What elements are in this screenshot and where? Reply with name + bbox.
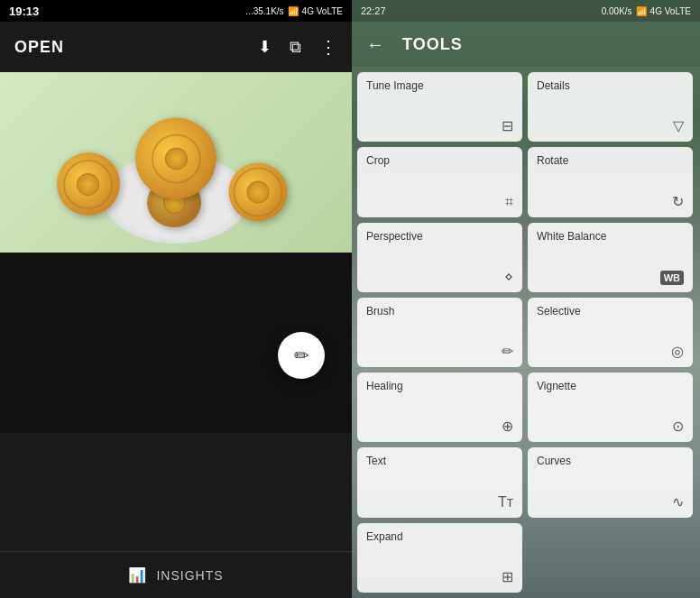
insights-label: INSIGHTS bbox=[156, 568, 223, 583]
biscuit-center-main bbox=[165, 147, 188, 170]
insights-icon: 📊 bbox=[128, 566, 147, 584]
status-bar-right: 22:27 0.00K/s 📶 4G VoLTE bbox=[352, 0, 700, 22]
tool-icon-selective: ◎ bbox=[671, 343, 684, 360]
tool-icon-curves: ∿ bbox=[672, 493, 684, 511]
status-icons-right: 0.00K/s 📶 4G VoLTE bbox=[602, 6, 691, 16]
tool-icon-rotate: ↻ bbox=[672, 193, 684, 210]
tool-icon-text: Tт bbox=[498, 494, 513, 511]
tool-name-rotate: Rotate bbox=[537, 154, 684, 167]
tool-name-brush: Brush bbox=[366, 305, 513, 317]
tool-name-healing: Healing bbox=[366, 380, 513, 392]
biscuit-photo bbox=[0, 72, 352, 253]
tool-icon-details: ▽ bbox=[673, 117, 684, 134]
status-bar-left: 19:13 ...35.1K/s 📶 4G VoLTE bbox=[0, 0, 352, 22]
tool-card-healing[interactable]: Healing⊕ bbox=[357, 373, 522, 442]
more-icon[interactable]: ⋮ bbox=[319, 36, 337, 58]
layers-icon[interactable]: ⧉ bbox=[290, 38, 301, 57]
network-right: 4G VoLTE bbox=[650, 6, 691, 16]
biscuit-inner-left bbox=[63, 160, 113, 209]
tool-name-expand: Expand bbox=[366, 530, 513, 543]
tool-card-selective[interactable]: Selective◎ bbox=[528, 298, 693, 367]
tool-name-text: Text bbox=[366, 455, 513, 467]
tool-icon-healing: ⊕ bbox=[502, 418, 513, 435]
download-icon[interactable]: ⬇ bbox=[258, 37, 272, 57]
biscuit-right bbox=[229, 163, 288, 222]
tool-card-rotate[interactable]: Rotate↻ bbox=[528, 147, 693, 216]
tool-icon-brush: ✏ bbox=[502, 343, 513, 360]
time-left: 19:13 bbox=[9, 5, 39, 18]
signal-text: ...35.1K/s bbox=[245, 6, 283, 16]
tool-name-perspective: Perspective bbox=[366, 230, 513, 243]
tool-card-vignette[interactable]: Vignette⊙ bbox=[528, 373, 693, 442]
network-left: 4G VoLTE bbox=[302, 6, 343, 16]
tool-icon-vignette: ⊙ bbox=[672, 418, 684, 435]
left-panel: 19:13 ...35.1K/s 📶 4G VoLTE OPEN ⬇ ⧉ ⋮ bbox=[0, 0, 352, 598]
biscuit-left bbox=[57, 152, 120, 216]
tool-card-details[interactable]: Details▽ bbox=[528, 72, 693, 142]
speed-right: 0.00K/s bbox=[602, 6, 632, 16]
tool-card-perspective[interactable]: Perspective⋄ bbox=[357, 223, 522, 292]
tools-title: TOOLS bbox=[402, 35, 463, 54]
bottom-dark-area: ✏ bbox=[0, 253, 352, 433]
tool-icon-perspective: ⋄ bbox=[504, 268, 513, 285]
status-icons-left: ...35.1K/s 📶 4G VoLTE bbox=[245, 6, 343, 16]
back-button[interactable]: ← bbox=[366, 34, 384, 55]
tool-icon-crop: ⌗ bbox=[505, 194, 513, 210]
left-header: OPEN ⬇ ⧉ ⋮ bbox=[0, 22, 352, 72]
tool-name-curves: Curves bbox=[537, 455, 684, 467]
tool-card-curves[interactable]: Curves∿ bbox=[528, 447, 693, 517]
tool-card-white-balance[interactable]: White BalanceWB bbox=[528, 223, 693, 292]
tool-icon-tune-image: ⊟ bbox=[502, 117, 513, 134]
tool-name-tune-image: Tune Image bbox=[366, 79, 513, 92]
signal-right: 📶 bbox=[636, 6, 647, 16]
tool-card-text[interactable]: TextTт bbox=[357, 447, 522, 517]
biscuit-main bbox=[135, 118, 216, 199]
tools-grid: Tune Image⊟Details▽Crop⌗Rotate↻Perspecti… bbox=[352, 67, 700, 598]
tool-name-crop: Crop bbox=[366, 154, 513, 167]
tool-icon-white-balance: WB bbox=[660, 271, 684, 285]
edit-fab-button[interactable]: ✏ bbox=[278, 332, 325, 379]
left-content: ✏ bbox=[0, 72, 352, 551]
tool-name-selective: Selective bbox=[537, 305, 684, 317]
insights-bar[interactable]: 📊 INSIGHTS bbox=[0, 551, 352, 598]
right-panel: 22:27 0.00K/s 📶 4G VoLTE ← TOOLS Tune Im… bbox=[352, 0, 700, 598]
tool-card-crop[interactable]: Crop⌗ bbox=[357, 147, 522, 216]
pencil-icon: ✏ bbox=[294, 345, 309, 366]
tool-card-expand[interactable]: Expand⊞ bbox=[357, 523, 522, 593]
tool-name-vignette: Vignette bbox=[537, 380, 684, 392]
biscuit-inner-right bbox=[234, 168, 283, 217]
biscuit-center-right bbox=[247, 181, 270, 204]
tool-name-white-balance: White Balance bbox=[537, 230, 684, 243]
tool-card-tune-image[interactable]: Tune Image⊟ bbox=[357, 72, 522, 142]
tool-icon-expand: ⊞ bbox=[502, 568, 513, 585]
header-icons: ⬇ ⧉ ⋮ bbox=[258, 36, 337, 58]
right-header: ← TOOLS bbox=[352, 22, 700, 67]
tool-name-details: Details bbox=[537, 79, 684, 92]
biscuit-inner-main bbox=[152, 133, 201, 183]
biscuit-center-left bbox=[77, 173, 99, 196]
open-button[interactable]: OPEN bbox=[14, 38, 64, 57]
time-right: 22:27 bbox=[361, 5, 386, 16]
tool-card-brush[interactable]: Brush✏ bbox=[357, 298, 522, 367]
sim-icon: 📶 bbox=[288, 6, 299, 16]
